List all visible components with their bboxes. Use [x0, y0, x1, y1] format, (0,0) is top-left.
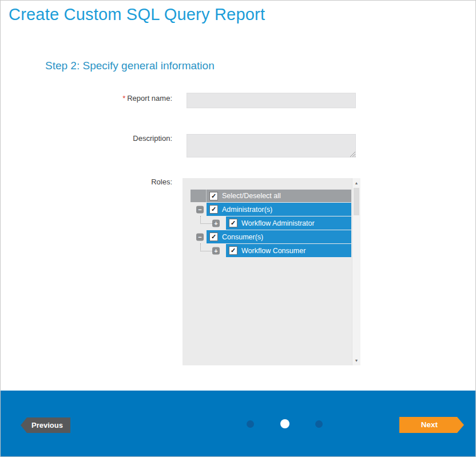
wizard-window: Create Custom SQL Query Report Step 2: S… [0, 0, 476, 457]
select-all-row[interactable]: ✓ Select/Deselect all [191, 190, 351, 202]
collapse-icon[interactable]: − [196, 206, 204, 213]
roles-scrollbar[interactable]: ▲ ▼ [352, 178, 360, 365]
tree-row-consumers[interactable]: − ✓ Consumer(s) [191, 230, 351, 243]
report-name-input[interactable] [187, 93, 356, 108]
tree-connector-horizontal [200, 251, 212, 251]
select-all-checkbox[interactable]: ✓ [209, 192, 218, 200]
roles-panel: ✓ Select/Deselect all − ✓ Administrator(… [183, 178, 360, 365]
roles-label: Roles: [151, 178, 172, 186]
previous-button[interactable]: Previous [21, 417, 70, 433]
step-dot-2-active[interactable] [280, 419, 289, 428]
scrollbar-thumb[interactable] [354, 188, 359, 215]
select-all-label: Select/Deselect all [222, 192, 281, 200]
required-asterisk: * [122, 94, 125, 103]
report-name-label: *Report name: [122, 94, 172, 103]
description-field-wrap [187, 134, 356, 157]
description-label: Description: [133, 134, 172, 143]
scroll-up-icon[interactable]: ▲ [352, 179, 360, 187]
roles-tree-grid: ✓ Select/Deselect all − ✓ Administrator(… [191, 190, 351, 257]
wizard-footer: Previous Next [1, 391, 475, 456]
tree-row-workflow-consumer[interactable]: + ✓ Workflow Consumer [191, 244, 351, 257]
description-textarea[interactable] [187, 134, 356, 157]
consumers-checkbox[interactable]: ✓ [209, 233, 218, 241]
page-title: Create Custom SQL Query Report [9, 5, 265, 24]
tree-row-bar[interactable]: ✓ Consumer(s) [207, 230, 351, 243]
tree-connector-vertical [200, 243, 201, 250]
tree-row-administrators[interactable]: − ✓ Administrator(s) [191, 203, 351, 216]
tree-row-bar[interactable]: ✓ Administrator(s) [207, 203, 351, 216]
next-button[interactable]: Next [399, 417, 464, 433]
tree-connector-horizontal [200, 223, 212, 224]
workflow-consumer-checkbox[interactable]: ✓ [229, 246, 237, 255]
tree-row-label: Administrator(s) [222, 206, 272, 214]
step-dot-1[interactable] [247, 420, 254, 428]
administrators-checkbox[interactable]: ✓ [209, 205, 218, 214]
step-dot-3[interactable] [315, 420, 323, 428]
tree-row-workflow-administrator[interactable]: + ✓ Workflow Administrator [191, 216, 351, 230]
tree-connector-vertical [200, 216, 201, 223]
tree-row-label: Consumer(s) [222, 233, 263, 241]
scroll-down-icon[interactable]: ▼ [352, 356, 360, 365]
tree-row-label: Workflow Consumer [241, 247, 306, 255]
tree-row-bar[interactable]: ✓ Workflow Administrator [226, 216, 351, 230]
report-name-label-text: Report name: [127, 94, 172, 103]
workflow-administrator-checkbox[interactable]: ✓ [229, 219, 237, 227]
expand-icon[interactable]: + [212, 219, 220, 227]
tree-row-bar[interactable]: ✓ Workflow Consumer [226, 244, 351, 257]
collapse-icon[interactable]: − [196, 233, 204, 241]
step-heading: Step 2: Specify general information [45, 60, 215, 72]
header-stub-cell [191, 190, 207, 202]
tree-row-label: Workflow Administrator [241, 219, 315, 227]
expand-icon[interactable]: + [212, 247, 220, 254]
